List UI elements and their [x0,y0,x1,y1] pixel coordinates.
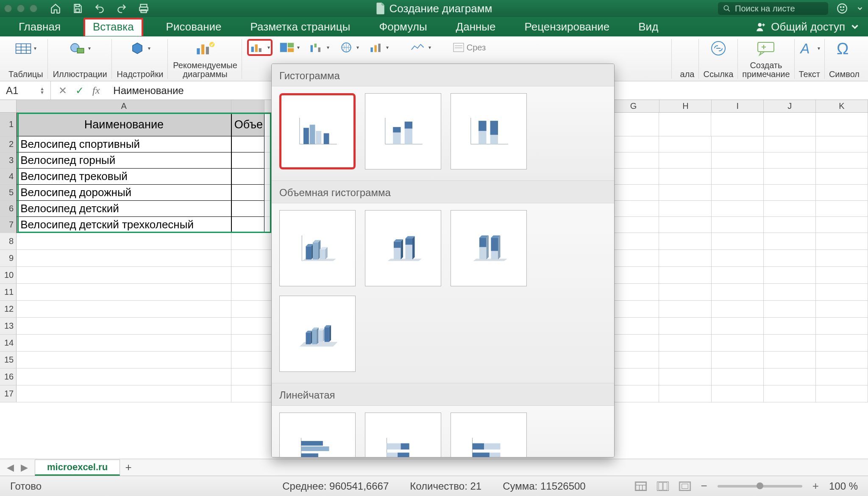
table-row[interactable]: Велосипед детский трехколесный [17,217,231,233]
cell[interactable] [231,136,264,152]
cell[interactable] [816,352,868,368]
cell[interactable] [17,318,231,334]
cell[interactable] [816,284,868,300]
cell[interactable] [659,152,711,168]
name-box[interactable]: A1 ▲▼ [0,81,51,100]
row-header-10[interactable]: 10 [0,267,17,283]
zoom-slider-knob[interactable] [757,482,763,489]
zoom-level[interactable]: 100 % [829,480,858,492]
cell[interactable] [816,318,868,334]
tab-review[interactable]: Рецензирование [519,19,616,35]
table-row[interactable]: Велосипед дорожный [17,185,231,201]
cell[interactable] [17,250,231,266]
cell[interactable] [607,152,659,168]
cell[interactable] [607,136,659,152]
cell[interactable] [816,301,868,317]
row-header-4[interactable]: 4 [0,169,17,184]
cell[interactable] [764,113,816,136]
row-header-11[interactable]: 11 [0,284,17,300]
cell[interactable] [712,301,764,317]
hierarchy-chart-button[interactable]: ▾ [277,39,302,56]
cell[interactable] [764,335,816,351]
cell[interactable] [607,233,659,249]
cell[interactable] [764,136,816,152]
share-button[interactable]: Общий доступ [756,20,868,33]
cell[interactable] [816,335,868,351]
row-header-3[interactable]: 3 [0,152,17,168]
cell[interactable] [712,217,764,233]
waterfall-chart-button[interactable]: ▾ [306,39,332,56]
tab-view[interactable]: Вид [632,19,664,35]
cell[interactable] [764,352,816,368]
undo-icon[interactable] [94,3,105,14]
cell[interactable] [712,169,764,184]
cell[interactable] [764,201,816,216]
cell[interactable] [816,113,868,136]
cell[interactable] [712,369,764,385]
col-header-G[interactable]: G [608,100,660,112]
save-icon[interactable] [72,3,83,14]
sheet-tab-active[interactable]: microexcel.ru [35,460,120,476]
cell[interactable] [607,113,659,136]
cell[interactable] [659,301,711,317]
tab-page-layout[interactable]: Разметка страницы [245,19,356,35]
formula-input[interactable]: Наименование [107,85,184,97]
tab-home[interactable]: Главная [13,19,67,35]
view-page-layout-icon[interactable] [657,482,669,491]
cell[interactable] [607,352,659,368]
chart-stacked-bar[interactable] [365,413,441,457]
select-all-corner[interactable] [0,100,17,112]
ribbon-group-addins[interactable]: ▾ Надстройки [113,39,168,79]
cell[interactable] [17,301,231,317]
cell[interactable] [764,301,816,317]
cell[interactable] [764,385,816,402]
cell[interactable] [764,284,816,300]
cell[interactable] [607,369,659,385]
view-normal-icon[interactable] [635,482,647,491]
cell[interactable] [659,113,711,136]
cell[interactable] [712,352,764,368]
cell[interactable] [712,267,764,283]
cell[interactable] [659,369,711,385]
sheet-nav-prev-icon[interactable]: ◀ [7,462,14,473]
cell[interactable] [764,250,816,266]
cell[interactable] [607,217,659,233]
col-header-B-partial[interactable] [231,100,264,112]
cell[interactable] [764,318,816,334]
cell[interactable] [231,217,264,233]
cell[interactable] [659,318,711,334]
cell[interactable] [607,301,659,317]
cell[interactable] [231,169,264,185]
table-header-b-partial[interactable]: Объе [231,113,264,136]
cell[interactable] [17,352,231,368]
cell[interactable] [607,335,659,351]
chart-stacked-column[interactable] [365,93,441,169]
cell[interactable] [712,201,764,216]
row-header-16[interactable]: 16 [0,369,17,385]
cell[interactable] [17,385,231,402]
cell[interactable] [607,201,659,216]
row-header-15[interactable]: 15 [0,352,17,368]
cell[interactable] [17,284,231,300]
cell[interactable] [712,152,764,168]
table-row[interactable]: Велосипед детский [17,201,231,217]
print-icon[interactable] [138,3,149,14]
ribbon-group-symbol[interactable]: Ω Символ [825,39,864,79]
cell[interactable] [712,284,764,300]
col-header-A[interactable]: A [17,100,231,112]
cell[interactable] [659,385,711,402]
cancel-formula-icon[interactable]: ✕ [58,85,67,97]
col-header-K[interactable]: K [816,100,868,112]
redo-icon[interactable] [116,3,127,14]
ribbon-group-comment[interactable]: Создать примечание [738,39,794,79]
cell[interactable] [17,335,231,351]
chart-100-stacked-column[interactable] [451,93,527,169]
table-header-name[interactable]: Наименование [17,113,231,136]
cell[interactable] [659,267,711,283]
cell[interactable] [607,250,659,266]
row-header-9[interactable]: 9 [0,250,17,266]
zoom-slider[interactable] [718,485,802,488]
cell[interactable] [816,250,868,266]
table-row[interactable]: Велосипед спортивный [17,136,231,152]
row-header-8[interactable]: 8 [0,233,17,249]
